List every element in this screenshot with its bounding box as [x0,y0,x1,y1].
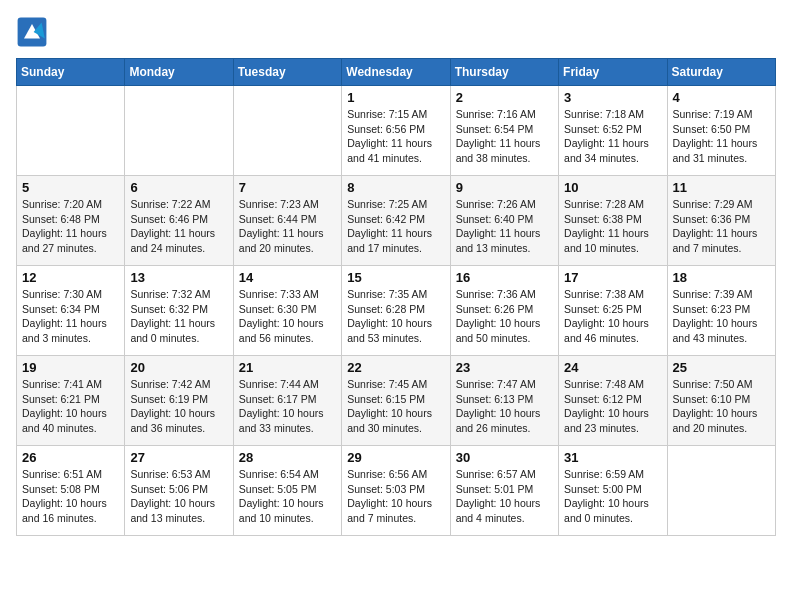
calendar-cell: 26Sunrise: 6:51 AM Sunset: 5:08 PM Dayli… [17,446,125,536]
calendar-cell: 27Sunrise: 6:53 AM Sunset: 5:06 PM Dayli… [125,446,233,536]
calendar-body: 1Sunrise: 7:15 AM Sunset: 6:56 PM Daylig… [17,86,776,536]
calendar-cell: 13Sunrise: 7:32 AM Sunset: 6:32 PM Dayli… [125,266,233,356]
day-info: Sunrise: 7:16 AM Sunset: 6:54 PM Dayligh… [456,107,553,166]
day-info: Sunrise: 7:22 AM Sunset: 6:46 PM Dayligh… [130,197,227,256]
day-info: Sunrise: 7:18 AM Sunset: 6:52 PM Dayligh… [564,107,661,166]
logo [16,16,50,48]
day-info: Sunrise: 7:28 AM Sunset: 6:38 PM Dayligh… [564,197,661,256]
calendar-cell: 19Sunrise: 7:41 AM Sunset: 6:21 PM Dayli… [17,356,125,446]
weekday-header-thursday: Thursday [450,59,558,86]
day-info: Sunrise: 6:59 AM Sunset: 5:00 PM Dayligh… [564,467,661,526]
calendar-cell: 1Sunrise: 7:15 AM Sunset: 6:56 PM Daylig… [342,86,450,176]
day-info: Sunrise: 7:48 AM Sunset: 6:12 PM Dayligh… [564,377,661,436]
day-number: 5 [22,180,119,195]
logo-icon [16,16,48,48]
day-number: 18 [673,270,770,285]
day-info: Sunrise: 7:25 AM Sunset: 6:42 PM Dayligh… [347,197,444,256]
day-number: 10 [564,180,661,195]
day-number: 7 [239,180,336,195]
day-info: Sunrise: 7:29 AM Sunset: 6:36 PM Dayligh… [673,197,770,256]
day-number: 20 [130,360,227,375]
day-number: 24 [564,360,661,375]
day-info: Sunrise: 7:39 AM Sunset: 6:23 PM Dayligh… [673,287,770,346]
day-info: Sunrise: 6:56 AM Sunset: 5:03 PM Dayligh… [347,467,444,526]
day-number: 31 [564,450,661,465]
day-info: Sunrise: 7:47 AM Sunset: 6:13 PM Dayligh… [456,377,553,436]
day-number: 9 [456,180,553,195]
calendar-cell: 11Sunrise: 7:29 AM Sunset: 6:36 PM Dayli… [667,176,775,266]
day-number: 28 [239,450,336,465]
day-number: 2 [456,90,553,105]
day-number: 29 [347,450,444,465]
calendar-cell: 28Sunrise: 6:54 AM Sunset: 5:05 PM Dayli… [233,446,341,536]
day-info: Sunrise: 7:45 AM Sunset: 6:15 PM Dayligh… [347,377,444,436]
day-info: Sunrise: 6:51 AM Sunset: 5:08 PM Dayligh… [22,467,119,526]
day-number: 26 [22,450,119,465]
day-info: Sunrise: 7:19 AM Sunset: 6:50 PM Dayligh… [673,107,770,166]
day-number: 30 [456,450,553,465]
weekday-header-friday: Friday [559,59,667,86]
calendar-cell: 6Sunrise: 7:22 AM Sunset: 6:46 PM Daylig… [125,176,233,266]
day-number: 25 [673,360,770,375]
day-number: 13 [130,270,227,285]
calendar-cell: 15Sunrise: 7:35 AM Sunset: 6:28 PM Dayli… [342,266,450,356]
day-info: Sunrise: 7:23 AM Sunset: 6:44 PM Dayligh… [239,197,336,256]
calendar-cell [233,86,341,176]
calendar-cell: 24Sunrise: 7:48 AM Sunset: 6:12 PM Dayli… [559,356,667,446]
day-info: Sunrise: 6:57 AM Sunset: 5:01 PM Dayligh… [456,467,553,526]
calendar-cell [125,86,233,176]
day-info: Sunrise: 7:50 AM Sunset: 6:10 PM Dayligh… [673,377,770,436]
calendar-cell: 30Sunrise: 6:57 AM Sunset: 5:01 PM Dayli… [450,446,558,536]
calendar-cell: 2Sunrise: 7:16 AM Sunset: 6:54 PM Daylig… [450,86,558,176]
day-info: Sunrise: 7:44 AM Sunset: 6:17 PM Dayligh… [239,377,336,436]
day-number: 16 [456,270,553,285]
calendar-week-3: 12Sunrise: 7:30 AM Sunset: 6:34 PM Dayli… [17,266,776,356]
calendar-week-5: 26Sunrise: 6:51 AM Sunset: 5:08 PM Dayli… [17,446,776,536]
day-info: Sunrise: 7:36 AM Sunset: 6:26 PM Dayligh… [456,287,553,346]
weekday-header-row: SundayMondayTuesdayWednesdayThursdayFrid… [17,59,776,86]
weekday-header-tuesday: Tuesday [233,59,341,86]
calendar-cell: 21Sunrise: 7:44 AM Sunset: 6:17 PM Dayli… [233,356,341,446]
calendar-cell: 22Sunrise: 7:45 AM Sunset: 6:15 PM Dayli… [342,356,450,446]
calendar-cell: 10Sunrise: 7:28 AM Sunset: 6:38 PM Dayli… [559,176,667,266]
calendar-table: SundayMondayTuesdayWednesdayThursdayFrid… [16,58,776,536]
day-info: Sunrise: 7:42 AM Sunset: 6:19 PM Dayligh… [130,377,227,436]
day-info: Sunrise: 7:35 AM Sunset: 6:28 PM Dayligh… [347,287,444,346]
day-info: Sunrise: 6:53 AM Sunset: 5:06 PM Dayligh… [130,467,227,526]
calendar-cell: 14Sunrise: 7:33 AM Sunset: 6:30 PM Dayli… [233,266,341,356]
day-info: Sunrise: 7:20 AM Sunset: 6:48 PM Dayligh… [22,197,119,256]
calendar-week-2: 5Sunrise: 7:20 AM Sunset: 6:48 PM Daylig… [17,176,776,266]
weekday-header-sunday: Sunday [17,59,125,86]
day-number: 6 [130,180,227,195]
calendar-cell: 4Sunrise: 7:19 AM Sunset: 6:50 PM Daylig… [667,86,775,176]
day-number: 8 [347,180,444,195]
day-info: Sunrise: 7:30 AM Sunset: 6:34 PM Dayligh… [22,287,119,346]
calendar-cell: 9Sunrise: 7:26 AM Sunset: 6:40 PM Daylig… [450,176,558,266]
day-number: 23 [456,360,553,375]
weekday-header-wednesday: Wednesday [342,59,450,86]
calendar-cell: 17Sunrise: 7:38 AM Sunset: 6:25 PM Dayli… [559,266,667,356]
calendar-cell [667,446,775,536]
day-number: 17 [564,270,661,285]
day-number: 14 [239,270,336,285]
calendar-cell [17,86,125,176]
calendar-cell: 12Sunrise: 7:30 AM Sunset: 6:34 PM Dayli… [17,266,125,356]
day-info: Sunrise: 7:32 AM Sunset: 6:32 PM Dayligh… [130,287,227,346]
day-number: 3 [564,90,661,105]
day-number: 27 [130,450,227,465]
calendar-cell: 5Sunrise: 7:20 AM Sunset: 6:48 PM Daylig… [17,176,125,266]
day-number: 22 [347,360,444,375]
day-number: 19 [22,360,119,375]
weekday-header-saturday: Saturday [667,59,775,86]
day-number: 4 [673,90,770,105]
weekday-header-monday: Monday [125,59,233,86]
day-info: Sunrise: 7:41 AM Sunset: 6:21 PM Dayligh… [22,377,119,436]
day-info: Sunrise: 6:54 AM Sunset: 5:05 PM Dayligh… [239,467,336,526]
day-info: Sunrise: 7:15 AM Sunset: 6:56 PM Dayligh… [347,107,444,166]
calendar-cell: 16Sunrise: 7:36 AM Sunset: 6:26 PM Dayli… [450,266,558,356]
day-info: Sunrise: 7:33 AM Sunset: 6:30 PM Dayligh… [239,287,336,346]
day-number: 1 [347,90,444,105]
calendar-cell: 3Sunrise: 7:18 AM Sunset: 6:52 PM Daylig… [559,86,667,176]
page-header [16,16,776,48]
calendar-cell: 31Sunrise: 6:59 AM Sunset: 5:00 PM Dayli… [559,446,667,536]
